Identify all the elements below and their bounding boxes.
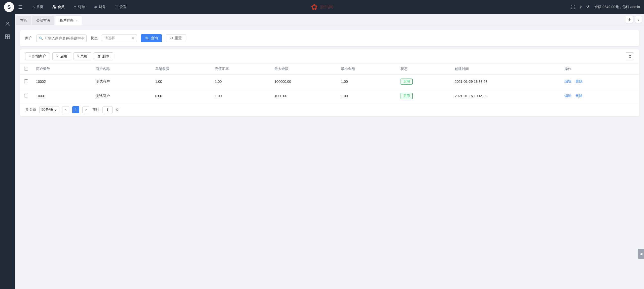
column-settings-button[interactable]: ⚙ <box>626 52 634 60</box>
sidebar-icon-user[interactable] <box>2 18 13 29</box>
page-size-select[interactable]: 50条/页 ∨ <box>39 106 59 113</box>
merchants-table: 商户编号 商户名称 单笔收费 充值汇率 最大金额 最小金额 <box>20 64 639 103</box>
enable-button[interactable]: ✓ 启用 <box>52 52 71 60</box>
merchant-search-input[interactable] <box>45 36 84 40</box>
cell-status-0: 启用 <box>397 75 451 89</box>
reset-button[interactable]: ↺ 重置 <box>166 34 186 42</box>
current-page-number[interactable]: 1 <box>72 106 79 113</box>
row-checkbox-0[interactable] <box>24 79 28 83</box>
svg-rect-1 <box>6 35 7 37</box>
search-icon: 🔍 <box>145 36 149 40</box>
col-merchant-id: 商户编号 <box>32 64 92 75</box>
nav-item-order[interactable]: ⊙ 订单 <box>69 3 89 11</box>
cell-exchange-rate-0: 1.00 <box>211 75 270 89</box>
sidebar-icon-merchant[interactable] <box>2 31 13 42</box>
delete-icon: 🗑 <box>97 54 101 58</box>
col-max-amount: 最大金额 <box>270 64 337 75</box>
menu-toggle-icon[interactable]: ☰ <box>18 4 23 10</box>
sidebar <box>0 14 15 289</box>
cell-exchange-rate-1: 1.00 <box>211 89 270 103</box>
balance-text: 余额:9849.00元，你好 admin <box>594 5 640 9</box>
cell-merchant-id-0: 10002 <box>32 75 92 89</box>
home-nav-icon: ⌂ <box>33 5 35 9</box>
tab-dropdown-btn[interactable]: ∨ <box>635 16 642 23</box>
tab-close-icon[interactable]: × <box>76 19 78 22</box>
cell-status-1: 启用 <box>397 89 451 103</box>
select-all-checkbox[interactable] <box>24 67 28 70</box>
cell-max-amount-0: 100000.00 <box>270 75 337 89</box>
preview-icon[interactable]: 👁 <box>586 5 590 9</box>
row-checkbox-1[interactable] <box>24 94 28 97</box>
total-count: 共 2 条 <box>25 107 36 112</box>
cell-max-amount-1: 1000.00 <box>270 89 337 103</box>
top-nav-items: ⌂ 首页 品 会员 ⊙ 订单 ⊕ 财务 ☰ 设置 <box>29 3 571 11</box>
edit-link-0[interactable]: 编辑 <box>564 79 571 83</box>
top-nav-center: ✿ 源码网 <box>311 2 333 12</box>
tab-bar-right: ⊗ ∨ <box>626 16 642 25</box>
tab-merchant-mgmt[interactable]: 商户管理 × <box>55 16 82 25</box>
cell-merchant-id-1: 10001 <box>32 89 92 103</box>
fullscreen-icon[interactable]: ⛶ <box>571 5 575 9</box>
cell-fee-0: 1.00 <box>151 75 211 89</box>
svg-rect-3 <box>6 37 7 39</box>
order-nav-icon: ⊙ <box>74 5 77 9</box>
disable-button[interactable]: × 禁用 <box>74 52 91 60</box>
nav-item-home[interactable]: ⌂ 首页 <box>29 3 47 11</box>
delete-link-1[interactable]: 删除 <box>576 94 583 98</box>
settings-nav-icon: ☰ <box>115 5 118 9</box>
col-status: 状态 <box>397 64 451 75</box>
prev-page-button[interactable]: < <box>62 106 69 113</box>
filter-bar: 商户 🔍 状态 请选择 ∨ 🔍 查询 ↺ 重置 <box>20 30 639 46</box>
svg-rect-4 <box>8 37 10 39</box>
query-button[interactable]: 🔍 查询 <box>141 34 162 42</box>
cell-min-amount-1: 1.00 <box>337 89 397 103</box>
brightness-icon[interactable]: ✳ <box>579 5 582 10</box>
cell-fee-1: 0.00 <box>151 89 211 103</box>
tab-member-home[interactable]: 会员首页 <box>32 16 54 25</box>
flower-logo: ✿ <box>311 2 318 12</box>
goto-page-input[interactable] <box>102 106 113 113</box>
select-all-header <box>20 64 32 75</box>
app-logo: S <box>4 2 14 12</box>
add-merchant-button[interactable]: + 新增商户 <box>25 52 50 60</box>
edit-link-1[interactable]: 编辑 <box>564 94 571 98</box>
delete-link-0[interactable]: 删除 <box>576 79 583 83</box>
table-row: 10002 测试商户 1.00 1.00 100000.00 1.00 启用 2… <box>20 75 639 89</box>
nav-item-finance[interactable]: ⊕ 财务 <box>90 3 110 11</box>
finance-nav-icon: ⊕ <box>94 5 97 9</box>
tab-home[interactable]: 首页 <box>16 16 31 25</box>
svg-rect-2 <box>8 35 10 37</box>
next-page-button[interactable]: > <box>82 106 89 113</box>
col-exchange-rate: 充值汇率 <box>211 64 270 75</box>
merchant-filter-label: 商户 <box>25 36 32 41</box>
page-size-dropdown-icon: ∨ <box>54 108 57 112</box>
svg-point-0 <box>7 22 8 24</box>
cell-merchant-name-1: 测试商户 <box>92 89 151 103</box>
member-nav-icon: 品 <box>52 5 56 9</box>
cell-merchant-name-0: 测试商户 <box>92 75 151 89</box>
scroll-left-button[interactable]: ◀ <box>638 249 644 259</box>
tab-close-btn[interactable]: ⊗ <box>626 16 633 23</box>
watermark-text: 源码网 <box>320 4 333 10</box>
delete-button[interactable]: 🗑 删除 <box>94 52 113 60</box>
cell-created-time-0: 2021-01-29 13:33:28 <box>451 75 560 89</box>
page-unit-label: 页 <box>116 107 119 112</box>
goto-label: 前往 <box>92 107 99 112</box>
cell-min-amount-0: 1.00 <box>337 75 397 89</box>
tab-bar: 首页 会员首页 商户管理 × ⊗ ∨ <box>15 14 644 25</box>
status-select[interactable]: 请选择 ∨ <box>102 34 137 42</box>
status-filter-label: 状态 <box>91 36 98 41</box>
cell-action-0: 编辑 删除 <box>560 75 639 89</box>
top-nav: S ☰ ⌂ 首页 品 会员 ⊙ 订单 ⊕ 财务 ☰ 设置 ✿ 源码网 ⛶ ✳ 👁… <box>0 0 644 14</box>
col-action: 操作 <box>560 64 639 75</box>
col-merchant-name: 商户名称 <box>92 64 151 75</box>
table-section: + 新增商户 ✓ 启用 × 禁用 🗑 删除 ⚙ <box>20 49 639 116</box>
nav-item-settings[interactable]: ☰ 设置 <box>111 3 131 11</box>
cell-action-1: 编辑 删除 <box>560 89 639 103</box>
col-min-amount: 最小金额 <box>337 64 397 75</box>
top-nav-right: ⛶ ✳ 👁 余额:9849.00元，你好 admin <box>571 5 640 10</box>
merchant-search-input-wrapper: 🔍 <box>36 34 87 42</box>
nav-item-member[interactable]: 品 会员 <box>48 3 68 11</box>
pagination-bar: 共 2 条 50条/页 ∨ < 1 > 前往 页 <box>20 103 639 116</box>
col-created-time: 创建时间 <box>451 64 560 75</box>
